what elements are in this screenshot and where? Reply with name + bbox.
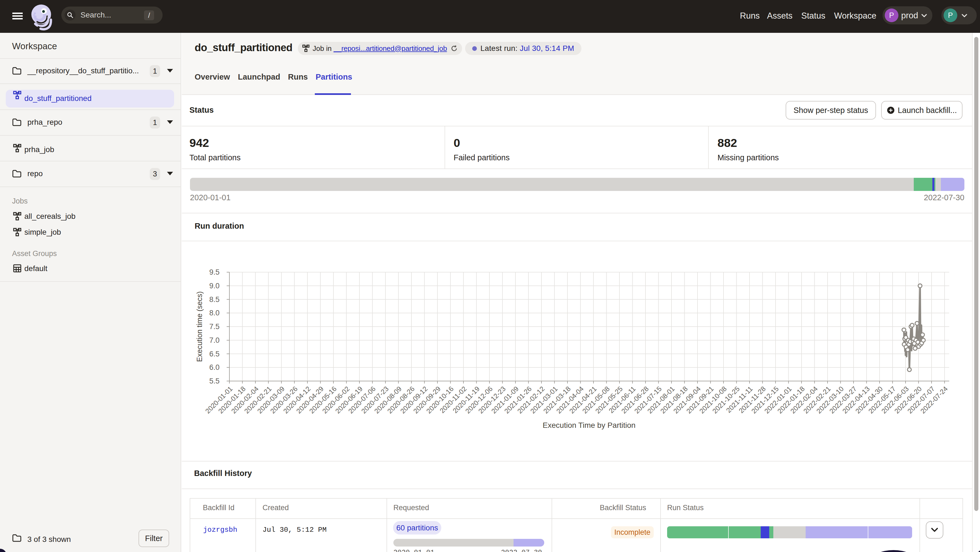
- svg-text:5.5: 5.5: [209, 377, 220, 385]
- svg-text:8.0: 8.0: [209, 309, 220, 317]
- svg-text:8.5: 8.5: [209, 295, 220, 304]
- svg-text:Execution time (secs): Execution time (secs): [196, 291, 204, 362]
- svg-text:6.5: 6.5: [209, 350, 220, 358]
- svg-text:Execution Time by Partition: Execution Time by Partition: [542, 421, 635, 430]
- svg-text:6.0: 6.0: [209, 363, 220, 371]
- svg-text:9.5: 9.5: [209, 268, 220, 276]
- svg-text:9.0: 9.0: [209, 282, 220, 290]
- svg-text:7.0: 7.0: [209, 336, 220, 344]
- svg-text:7.5: 7.5: [209, 322, 220, 331]
